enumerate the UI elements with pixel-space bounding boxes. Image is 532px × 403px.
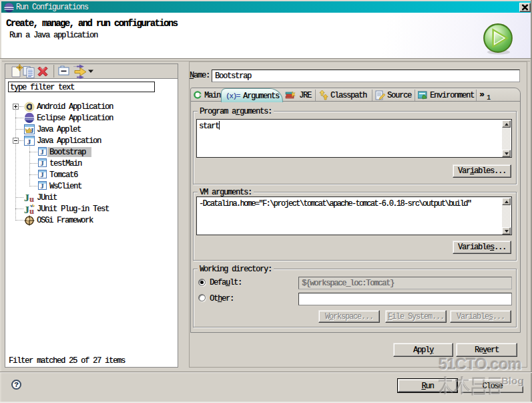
svg-text:J: J [24,192,29,203]
svg-text:u: u [29,194,34,203]
svg-text:J: J [24,205,29,215]
